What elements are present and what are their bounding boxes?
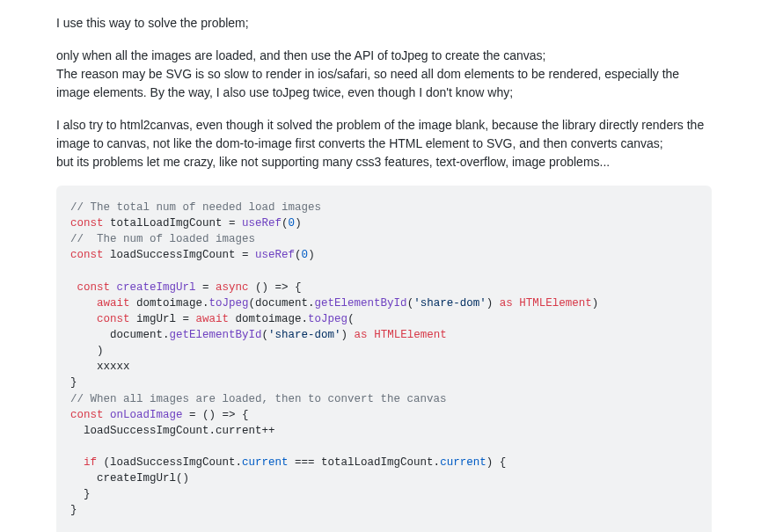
code-keyword: if	[84, 456, 97, 469]
code-ident: imgUrl	[136, 313, 176, 325]
code-method: toJpeg	[209, 297, 249, 310]
paragraph-intro: I use this way to solve the problem;	[56, 14, 712, 33]
code-keyword: as	[500, 297, 513, 310]
code-keyword: const	[97, 313, 130, 325]
code-comment: // The total num of needed load images	[70, 201, 321, 214]
code-keyword: const	[70, 249, 104, 261]
code-paren: )	[341, 329, 355, 341]
code-paren: (	[295, 249, 302, 261]
code-ident: totalLoadImgCount	[110, 217, 223, 230]
code-type: HTMLElement	[513, 297, 592, 310]
code-func: useRef	[242, 217, 282, 230]
code-func: useRef	[255, 249, 295, 261]
code-paren: (	[347, 313, 355, 325]
code-ident: loadSuccessImgCount	[110, 249, 236, 261]
code-keyword: await	[196, 313, 230, 325]
code-paren: )	[295, 217, 302, 230]
code-ident: domtoimage.	[229, 313, 308, 325]
code-keyword: const	[70, 409, 104, 421]
paragraph-explain: only when all the images are loaded, and…	[56, 47, 712, 102]
code-type: HTMLElement	[368, 329, 447, 341]
code-paren: (	[407, 297, 414, 310]
code-ident: domtoimage.	[130, 297, 209, 310]
code-number: 0	[302, 249, 309, 261]
code-op: ===	[289, 456, 322, 469]
code-text: = () => {	[183, 409, 249, 421]
code-func: createImgUrl	[117, 281, 196, 294]
code-paren: )	[592, 297, 599, 310]
code-line: createImgUrl()	[70, 472, 189, 485]
code-prop: current	[440, 456, 486, 469]
code-keyword: const	[70, 217, 104, 230]
code-text: () => {	[249, 281, 302, 294]
code-keyword: as	[355, 329, 368, 341]
article-body: I use this way to solve the problem; onl…	[7, 14, 761, 532]
code-brace: }	[70, 376, 77, 389]
code-func: onLoadImage	[110, 409, 183, 421]
code-keyword: await	[97, 297, 130, 310]
code-op: =	[223, 217, 243, 230]
code-text: totalLoadImgCount.	[321, 456, 440, 469]
code-comment: // The num of loaded images	[70, 233, 255, 245]
code-line: loadSuccessImgCount.current++	[70, 425, 275, 437]
code-ident: document.	[255, 297, 315, 310]
text-line: The reason may be SVG is so slow to rend…	[56, 67, 679, 99]
code-paren: )	[97, 345, 104, 357]
code-ident: xxxxx	[97, 361, 130, 373]
code-paren: (	[262, 329, 269, 341]
code-method: toJpeg	[308, 313, 347, 325]
code-method: getElementById	[170, 329, 262, 341]
code-string: 'share-dom'	[413, 297, 486, 310]
code-method: getElementById	[315, 297, 407, 310]
code-text: (loadSuccessImgCount.	[97, 456, 242, 469]
paragraph-alt: I also try to html2canvas, even though i…	[56, 116, 712, 171]
code-brace: }	[70, 488, 91, 500]
code-paren: (	[249, 297, 256, 310]
text-line: only when all the images are loaded, and…	[56, 48, 545, 62]
code-string: 'share-dom'	[268, 329, 341, 341]
text-line: I also try to html2canvas, even though i…	[56, 118, 704, 150]
code-ident: document.	[110, 329, 170, 341]
code-keyword: const	[77, 281, 111, 294]
code-op: =	[196, 281, 216, 294]
code-block: // The total num of needed load images c…	[56, 186, 712, 532]
code-brace: }	[70, 504, 77, 516]
code-op: =	[236, 249, 256, 261]
code-comment: // When all images are loaded, then to c…	[70, 393, 447, 405]
code-prop: current	[242, 456, 289, 469]
code-op: =	[176, 313, 196, 325]
code-text: ) {	[486, 456, 507, 469]
code-paren: (	[282, 217, 289, 230]
text-line: but its problems let me crazy, like not …	[56, 155, 610, 169]
code-paren: )	[486, 297, 500, 310]
code-keyword: async	[216, 281, 249, 294]
code-number: 0	[289, 217, 296, 230]
code-paren: )	[308, 249, 315, 261]
